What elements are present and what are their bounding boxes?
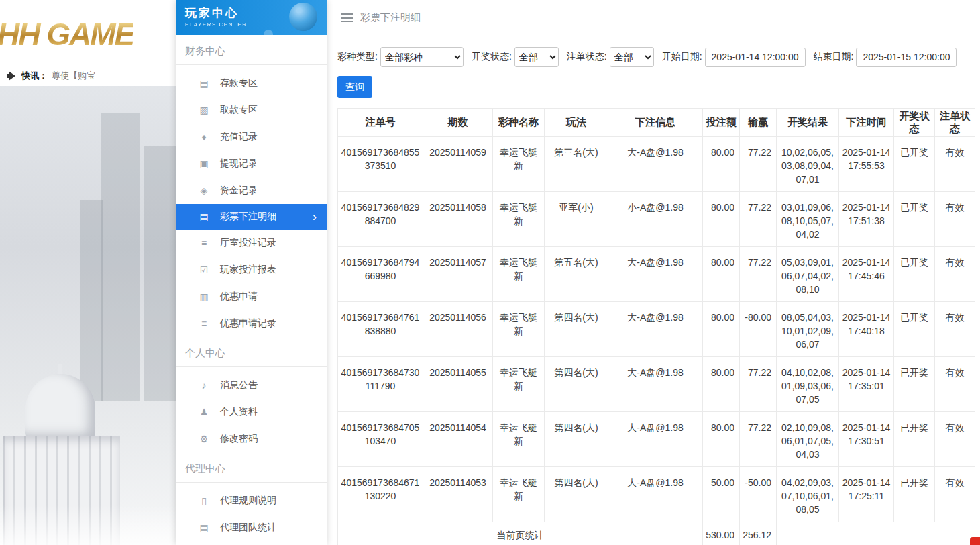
column-header: 注单状态 — [935, 109, 975, 137]
sidebar-item[interactable]: ▯代理规则说明 — [176, 487, 327, 514]
query-button[interactable]: 查询 — [337, 76, 372, 98]
cell-bet-status: 有效 — [935, 192, 975, 247]
cell-win-loss: 77.22 — [740, 247, 777, 302]
floating-widget-icon[interactable] — [970, 537, 980, 545]
cell-bet-info: 大-A盘@1.98 — [608, 467, 703, 522]
capitol-dome — [25, 374, 95, 438]
filter-bar: 彩种类型: 全部彩种 开奖状态: 全部 注单状态: 全部 开始日期: 结束日期 — [337, 47, 971, 67]
site-logo: HH GAME — [0, 16, 133, 52]
column-header: 注单号 — [338, 109, 423, 137]
sidebar-item-label: 玩家投注报表 — [220, 264, 276, 276]
sidebar-item[interactable]: ☑玩家投注报表 — [176, 256, 327, 283]
cell-bet-info: 大-A盘@1.98 — [608, 357, 703, 412]
cell-draw-status: 已开奖 — [894, 467, 935, 522]
ticker-label: 快讯： — [21, 70, 48, 82]
start-date-input[interactable] — [705, 48, 806, 67]
profile-icon: ♟ — [198, 407, 210, 417]
cell-bet-status: 有效 — [935, 412, 975, 467]
cell-bet-id: 401569173684730111790 — [338, 357, 423, 412]
cell-period: 20250114054 — [423, 412, 493, 467]
start-date-label: 开始日期: — [662, 51, 702, 63]
sidebar-item-label: 优惠申请记录 — [220, 317, 276, 330]
main-area: 彩票下注明细 彩种类型: 全部彩种 开奖状态: 全部 注单状态: 全部 开始日 — [327, 0, 980, 545]
cell-bet-status: 有效 — [935, 357, 975, 412]
cell-draw-result: 05,03,09,01,06,07,04,02,08,10 — [777, 247, 839, 302]
cell-win-loss: -50.00 — [740, 467, 777, 522]
bet-status-select[interactable]: 全部 — [610, 47, 654, 67]
sidebar-item[interactable]: ♟个人资料 — [176, 399, 327, 426]
sidebar-item[interactable]: ⚙修改密码 — [176, 426, 327, 452]
cell-bet-time: 2025-01-14 17:51:38 — [839, 192, 894, 247]
cell-play-type: 亚军(小) — [545, 192, 608, 247]
speaker-icon — [7, 71, 17, 81]
cell-draw-result: 03,01,09,06,08,10,05,07,04,02 — [777, 192, 839, 247]
summary-bet-total: 530.00 — [703, 522, 740, 545]
cell-draw-status: 已开奖 — [894, 137, 935, 192]
sidebar-item[interactable]: ♪消息公告 — [176, 372, 327, 399]
cell-draw-status: 已开奖 — [894, 302, 935, 357]
cell-bet-id: 401569173684705103470 — [338, 412, 423, 467]
building-silhouette — [101, 113, 140, 401]
bets-table-wrap: 注单号期数彩种名称玩法下注信息投注额输赢开奖结果下注时间开奖状态注单状态4015… — [337, 108, 971, 545]
cell-lottery-name: 幸运飞艇新 — [493, 412, 545, 467]
cell-period: 20250114057 — [423, 247, 493, 302]
sidebar-item[interactable]: ♦充值记录 — [176, 123, 327, 150]
draw-status-select[interactable]: 全部 — [514, 47, 559, 67]
withdrawal-record-icon: ▣ — [198, 158, 210, 169]
cell-lottery-name: 幸运飞艇新 — [493, 137, 545, 192]
hall-bet-record-icon: ≡ — [198, 238, 210, 248]
funds-record-icon: ◈ — [198, 185, 210, 196]
screen: HH GAME 快讯： 尊使【购宝 玩家中心 PLAYERS CENTER 财务… — [0, 0, 980, 545]
cell-play-type: 第五名(大) — [545, 247, 608, 302]
sidebar-item[interactable]: ≡厅室投注记录 — [176, 230, 327, 256]
cell-bet-time: 2025-01-14 17:40:18 — [839, 302, 894, 357]
cell-bet-status: 有效 — [935, 302, 975, 357]
cell-win-loss: -80.00 — [740, 302, 777, 357]
table-row: 40156917368476183888020250114056幸运飞艇新第四名… — [338, 302, 975, 357]
decorative-ball — [289, 3, 317, 31]
table-row: 40156917368485537351020250114059幸运飞艇新第三名… — [338, 137, 975, 192]
sidebar-item[interactable]: ◈资金记录 — [176, 177, 327, 204]
topbar: 彩票下注明细 — [327, 0, 980, 36]
cell-bet-time: 2025-01-14 17:25:11 — [839, 467, 894, 522]
cell-play-type: 第三名(大) — [545, 137, 608, 192]
sidebar-item-label: 消息公告 — [220, 379, 258, 391]
cell-bet-id: 401569173684794669980 — [338, 247, 423, 302]
lottery-type-select[interactable]: 全部彩种 — [380, 47, 464, 67]
sidebar-item[interactable]: ≡优惠申请记录 — [176, 310, 327, 337]
content: 彩种类型: 全部彩种 开奖状态: 全部 注单状态: 全部 开始日期: 结束日期 — [327, 36, 980, 545]
password-icon: ⚙ — [198, 434, 210, 444]
sidebar-item-label: 存款专区 — [220, 77, 258, 89]
sidebar-item[interactable]: ▤彩票下注明细› — [176, 204, 327, 230]
sidebar-item[interactable]: ▥优惠申请 — [176, 283, 327, 310]
cell-play-type: 第四名(大) — [545, 412, 608, 467]
sidebar-item-label: 修改密码 — [220, 433, 258, 445]
cell-period: 20250114059 — [423, 137, 493, 192]
cell-period: 20250114055 — [423, 357, 493, 412]
sidebar-item[interactable]: ▣提现记录 — [176, 150, 327, 177]
column-header: 下注信息 — [608, 109, 703, 137]
sidebar-item[interactable]: ▨取款专区 — [176, 97, 327, 123]
column-header: 玩法 — [545, 109, 608, 137]
end-date-input[interactable] — [856, 48, 957, 67]
menu-icon[interactable] — [341, 13, 353, 22]
sidebar-item-label: 代理团队统计 — [220, 522, 276, 534]
summary-empty — [777, 522, 975, 545]
table-row: 40156917368467113022020250114053幸运飞艇新第四名… — [338, 467, 975, 522]
withdraw-icon: ▨ — [198, 105, 210, 115]
sidebar-item[interactable]: ▤代理团队统计 — [176, 514, 327, 541]
cell-bet-id: 401569173684829884700 — [338, 192, 423, 247]
players-center-header: 玩家中心 PLAYERS CENTER — [176, 0, 327, 35]
deposit-icon: ▤ — [198, 78, 210, 89]
table-row: 40156917368473011179020250114055幸运飞艇新第四名… — [338, 357, 975, 412]
players-center-panel: 玩家中心 PLAYERS CENTER 财务中心▤存款专区▨取款专区♦充值记录▣… — [176, 0, 327, 545]
summary-winloss-total: 256.12 — [740, 522, 777, 545]
cell-bet-status: 有效 — [935, 247, 975, 302]
sidebar-section-title: 财务中心 — [176, 35, 327, 65]
sidebar-section-title: 代理中心 — [176, 452, 327, 483]
table-row: 40156917368479466998020250114057幸运飞艇新第五名… — [338, 247, 975, 302]
photo-fade — [0, 505, 176, 545]
cell-win-loss: 77.22 — [740, 357, 777, 412]
recharge-record-icon: ♦ — [198, 132, 210, 142]
sidebar-item[interactable]: ▤存款专区 — [176, 70, 327, 97]
